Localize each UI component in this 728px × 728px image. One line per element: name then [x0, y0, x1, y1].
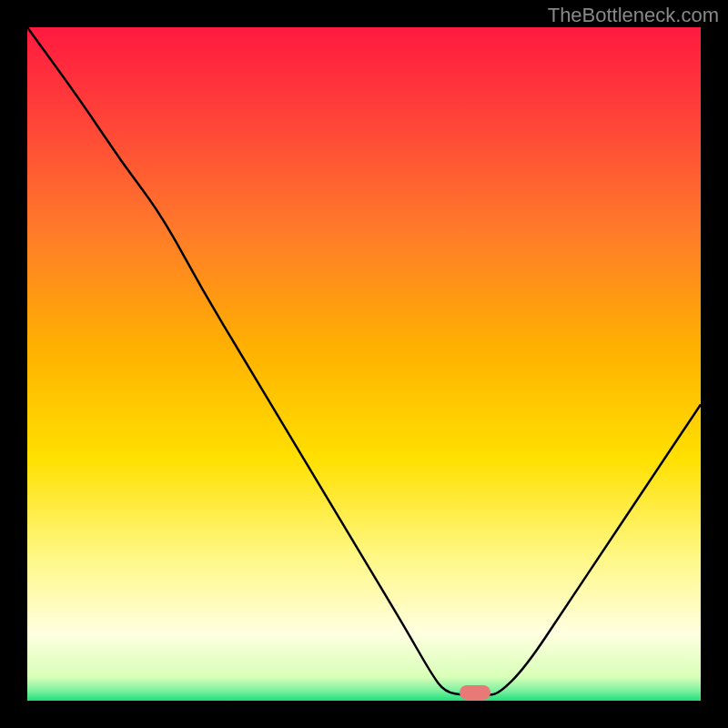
watermark-text: TheBottleneck.com — [548, 4, 719, 27]
bottleneck-curve — [27, 27, 701, 701]
optimal-marker — [460, 685, 490, 700]
chart-frame — [27, 27, 701, 701]
